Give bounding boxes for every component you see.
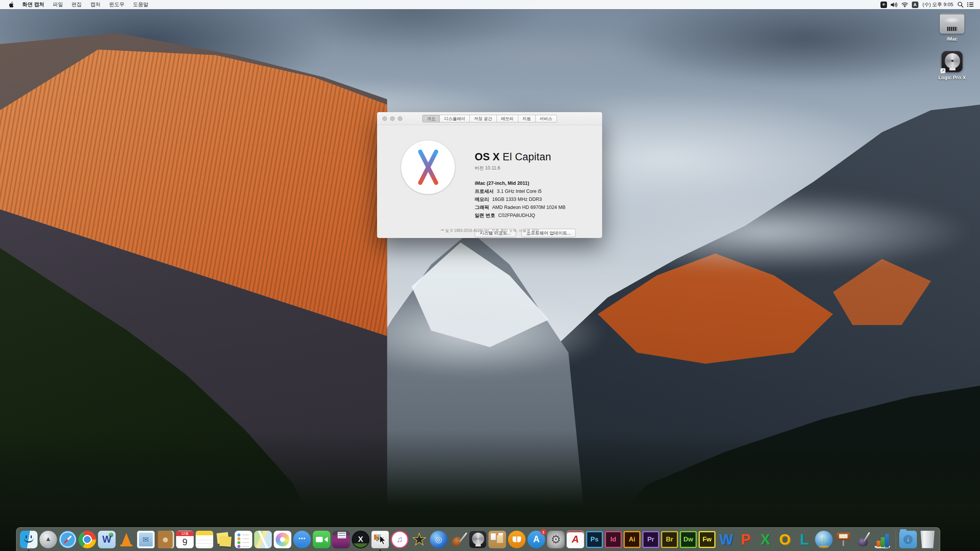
dock-notes[interactable] — [196, 531, 213, 548]
menu-5[interactable]: 도움말 — [129, 0, 153, 9]
dock-facetime[interactable] — [313, 531, 330, 548]
volume-icon[interactable] — [890, 0, 898, 9]
dock-photobooth[interactable] — [332, 531, 350, 548]
dock-launchpad[interactable]: ▲ — [39, 531, 57, 548]
dock-ibooks[interactable] — [508, 531, 526, 548]
dock-garageband[interactable] — [449, 531, 467, 548]
menu-3[interactable]: 캡처 — [86, 0, 105, 9]
dock-mail[interactable]: ✉ — [137, 531, 155, 548]
input-source-icon[interactable]: A — [912, 0, 918, 9]
dock-itunes[interactable]: ♫ — [391, 531, 408, 548]
dock-photos[interactable] — [274, 531, 291, 548]
dock-premiere[interactable]: Pr — [642, 531, 659, 548]
dock-vlc[interactable] — [118, 531, 135, 548]
spec-value: 16GB 1333 MHz DDR3 — [492, 197, 542, 202]
indesign-glyph: Id — [610, 536, 616, 543]
dock-safari[interactable] — [59, 531, 77, 548]
tab-0[interactable]: 개요 — [422, 115, 440, 122]
dock-imovie[interactable]: ★ — [410, 531, 428, 548]
dock-word[interactable]: W — [717, 531, 735, 548]
dock-bridge[interactable]: Br — [661, 531, 678, 548]
dock-trash[interactable] — [919, 531, 936, 548]
desktop-icon-imac-drive[interactable]: iMac — [931, 13, 973, 42]
dock-calendar[interactable]: 12월9 — [176, 531, 194, 548]
dock-stickies[interactable] — [215, 531, 233, 548]
excel-glyph: X — [760, 532, 770, 547]
traffic-lights — [382, 116, 402, 121]
dock-excel[interactable]: X — [756, 531, 774, 548]
dock-dvdplayer[interactable]: ◎ — [430, 531, 448, 548]
tab-2[interactable]: 저장 공간 — [470, 115, 497, 122]
about-text: OS X El Capitan 버전 10.11.6 iMac (27-inch… — [475, 151, 576, 237]
dock-powerpoint[interactable]: P — [737, 531, 755, 548]
spec-list: 프로세서3.1 GHz Intel Core i5메모리16GB 1333 MH… — [475, 187, 576, 220]
zoom-button[interactable] — [398, 116, 402, 121]
spec-value: C02FPA8UDHJQ — [498, 213, 535, 218]
menu-app-name[interactable]: 화면 캡처 — [18, 0, 49, 9]
hard-drive-icon — [940, 13, 964, 34]
menu-1[interactable]: 파일 — [49, 0, 67, 9]
dock-xee[interactable]: X — [352, 531, 369, 548]
spec-value: 3.1 GHz Intel Core i5 — [497, 189, 542, 194]
dock-outlook[interactable]: O — [776, 531, 794, 548]
dock-acrobat[interactable]: A — [567, 531, 584, 548]
os-version: 버전 10.11.6 — [475, 165, 576, 171]
tab-5[interactable]: 서비스 — [536, 115, 557, 122]
spotlight-icon[interactable] — [957, 0, 964, 9]
dock-sysprefs[interactable]: ⚙ — [547, 531, 565, 548]
dock-messages[interactable]: ⋯ — [293, 531, 311, 548]
illustrator-glyph: Ai — [629, 536, 635, 543]
minimize-button[interactable] — [390, 116, 395, 121]
notification-badge: 1 — [541, 529, 546, 535]
dock-keynote[interactable] — [835, 531, 852, 548]
spec-row: 메모리16GB 1333 MHz DDR3 — [475, 196, 576, 204]
dock: ▲W✉☻12월9⋯X✂♫★◎A1⚙APsIdAiPrBrDwFwWPXOL↓↓ — [16, 527, 940, 551]
spec-value: AMD Radeon HD 6970M 1024 MB — [492, 205, 566, 210]
tab-4[interactable]: 지원 — [518, 115, 536, 122]
mouse-cursor — [379, 535, 387, 548]
el-capitan-logo — [401, 140, 455, 194]
dock-maps[interactable] — [254, 531, 272, 548]
dock-downloads[interactable]: ↓ — [899, 531, 917, 548]
apple-menu[interactable] — [8, 2, 13, 8]
os-title: OS X El Capitan — [475, 151, 576, 163]
dock-chrome[interactable] — [78, 531, 96, 548]
premiere-glyph: Pr — [647, 536, 654, 543]
dock-separator — [895, 530, 895, 549]
desktop-icon-logic-pro-x[interactable]: ↗ Logic Pro X — [931, 51, 973, 80]
dock-illustrator[interactable]: Ai — [624, 531, 640, 548]
dock-appstore[interactable]: A1 — [528, 531, 545, 548]
dock-dreamweaver[interactable]: Dw — [680, 531, 697, 548]
os-name: OS X — [475, 151, 500, 163]
dock-downloader[interactable]: ↓ — [815, 531, 833, 548]
dock-finder[interactable] — [20, 531, 38, 548]
dock-logicpro[interactable] — [469, 531, 487, 548]
dock-pinboard[interactable] — [488, 531, 506, 548]
dock-lync[interactable]: L — [795, 531, 813, 548]
wifi-icon[interactable] — [901, 0, 908, 9]
dock-numbers[interactable] — [874, 531, 891, 548]
dock-photoshop[interactable]: Ps — [586, 531, 603, 548]
outlook-glyph: O — [779, 532, 791, 547]
tab-1[interactable]: 디스플레이 — [440, 115, 470, 122]
dock-fireworks[interactable]: Fw — [699, 531, 715, 548]
window-titlebar[interactable]: 개요디스플레이저장 공간메모리지원서비스 — [377, 112, 602, 125]
menu-2[interactable]: 편집 — [67, 0, 86, 9]
close-button[interactable] — [382, 116, 387, 121]
dock-webhard[interactable]: W — [98, 531, 116, 548]
logic-pro-icon: ↗ — [941, 51, 963, 72]
notification-center-icon[interactable] — [967, 0, 974, 9]
tab-3[interactable]: 메모리 — [497, 115, 518, 122]
mail-glyph: ✉ — [143, 535, 149, 544]
shutter-status-icon[interactable]: ✳ — [880, 0, 887, 9]
dock-indesign[interactable]: Id — [605, 531, 622, 548]
running-indicator — [379, 549, 381, 551]
dock-contacts[interactable]: ☻ — [157, 531, 174, 548]
dock-reminders[interactable] — [235, 531, 252, 548]
spec-label: 그래픽 — [475, 205, 489, 210]
menu-bar-clock[interactable]: (수) 오후 9:05 — [922, 1, 954, 8]
dock-pages[interactable] — [854, 531, 872, 548]
launchpad-glyph: ▲ — [45, 535, 52, 543]
about-body: OS X El Capitan 버전 10.11.6 iMac (27-inch… — [377, 125, 602, 238]
menu-4[interactable]: 윈도우 — [105, 0, 129, 9]
